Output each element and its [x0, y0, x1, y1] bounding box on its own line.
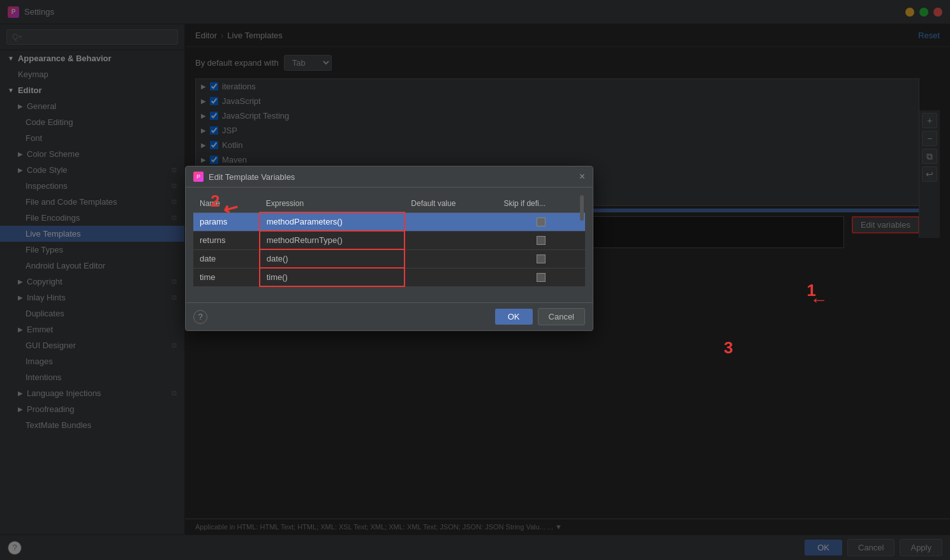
scroll-thumb [580, 195, 584, 221]
modal-icon: P [193, 172, 204, 182]
modal-footer: ? OK Cancel [186, 302, 593, 330]
table-row[interactable]: date date() [193, 249, 585, 268]
edit-template-variables-dialog: P Edit Template Variables × Name Express… [185, 166, 593, 331]
skip-checkbox[interactable] [537, 273, 546, 282]
modal-ok-button[interactable]: OK [495, 309, 533, 325]
skip-checkbox[interactable] [537, 217, 546, 226]
col-expression: Expression [260, 195, 405, 212]
row-skip [497, 268, 585, 286]
row-name: returns [193, 231, 260, 249]
modal-body: Name Expression Default value Skip if de… [186, 188, 593, 302]
modal-close-button[interactable]: × [579, 172, 585, 182]
modal-title-bar: P Edit Template Variables × [186, 166, 593, 188]
variables-table: Name Expression Default value Skip if de… [193, 195, 585, 287]
row-default[interactable] [404, 212, 497, 231]
row-skip [497, 231, 585, 249]
row-expression[interactable]: date() [260, 249, 405, 268]
row-skip [497, 249, 585, 268]
col-name: Name [193, 195, 260, 212]
modal-help-button[interactable]: ? [193, 310, 207, 324]
modal-cancel-button[interactable]: Cancel [538, 308, 585, 325]
skip-checkbox[interactable] [537, 236, 546, 245]
row-name: date [193, 249, 260, 268]
table-row[interactable]: params methodParameters() [193, 212, 585, 231]
row-default[interactable] [404, 249, 497, 268]
row-expression[interactable]: time() [260, 268, 405, 286]
row-name: time [193, 268, 260, 286]
row-default[interactable] [404, 268, 497, 286]
row-skip [497, 212, 585, 231]
skip-checkbox[interactable] [537, 254, 546, 263]
table-row[interactable]: time time() [193, 268, 585, 286]
row-default[interactable] [404, 231, 497, 249]
row-expression[interactable]: methodReturnType() [260, 231, 405, 249]
modal-overlay: P Edit Template Variables × Name Express… [0, 0, 950, 560]
col-skip: Skip if defi... [497, 195, 585, 212]
row-expression[interactable]: methodParameters() [260, 212, 405, 231]
table-row[interactable]: returns methodReturnType() [193, 231, 585, 249]
col-default: Default value [404, 195, 497, 212]
row-name: params [193, 212, 260, 231]
modal-title: Edit Template Variables [209, 172, 295, 182]
